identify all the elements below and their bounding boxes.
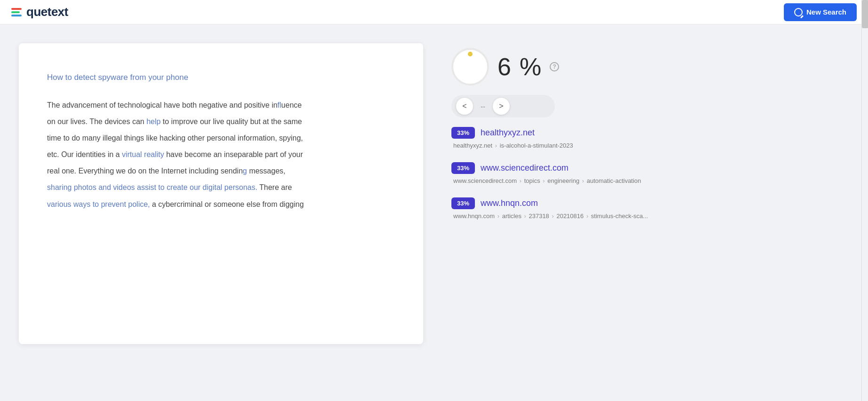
breadcrumb-separator: › (518, 177, 523, 184)
logo-icon-line3 (11, 15, 22, 16)
breadcrumb-part: healthyxyz.net (453, 142, 492, 149)
breadcrumb-part: 237318 (529, 212, 549, 220)
result-header: 33%healthyxyz.net (451, 127, 842, 139)
breadcrumb-part: is-alcohol-a-stimulant-2023 (500, 142, 573, 149)
result-link[interactable]: www.sciencedirect.com (481, 163, 568, 173)
scrollbar-thumb[interactable] (862, 0, 868, 28)
result-badge: 33% (451, 127, 475, 139)
result-breadcrumb: www.sciencedirect.com › topics › enginee… (451, 177, 842, 184)
help-icon[interactable]: ? (550, 62, 559, 71)
breadcrumb-part: 20210816 (556, 212, 584, 220)
document-body: The advancement of technological have bo… (47, 97, 395, 212)
nav-bar: < -- > (451, 95, 555, 118)
doc-para-1: The advancement of technological have bo… (47, 97, 395, 113)
main-content: How to detect spyware from your phone Th… (0, 24, 860, 363)
result-item: 33%www.sciencedirect.comwww.sciencedirec… (451, 162, 842, 184)
scrollbar-track[interactable] (861, 0, 868, 401)
header: quetext New Search (0, 0, 868, 24)
result-link[interactable]: healthyxyz.net (481, 128, 535, 138)
breadcrumb-separator: › (550, 212, 556, 220)
logo-text: quetext (26, 5, 68, 19)
logo-icon-line1 (11, 8, 22, 10)
breadcrumb-separator: › (522, 212, 528, 220)
new-search-label: New Search (806, 8, 846, 16)
breadcrumb-separator: › (584, 212, 590, 220)
score-symbol: % (520, 53, 541, 81)
result-badge: 33% (451, 197, 475, 209)
logo: quetext (11, 5, 68, 19)
breadcrumb-part: engineering (547, 177, 579, 184)
breadcrumb-part: articles (502, 212, 521, 220)
document-panel: How to detect spyware from your phone Th… (19, 43, 423, 344)
breadcrumb-part: automatic-activation (587, 177, 641, 184)
result-item: 33%www.hnqn.comwww.hnqn.com › articles ›… (451, 197, 842, 220)
result-breadcrumb: www.hnqn.com › articles › 237318 › 20210… (451, 212, 842, 220)
new-search-button[interactable]: New Search (784, 3, 857, 21)
nav-prev-button[interactable]: < (456, 98, 473, 115)
logo-icon (11, 8, 22, 16)
doc-para-4: etc. Our identities in a virtual reality… (47, 146, 395, 163)
breadcrumb-separator: › (580, 177, 586, 184)
doc-para-7: various ways to prevent police, a cyberc… (47, 196, 395, 212)
score-circle (451, 48, 489, 86)
result-header: 33%www.sciencedirect.com (451, 162, 842, 174)
doc-para-3: time to do many illegal things like hack… (47, 130, 395, 146)
prev-arrow-icon: < (462, 102, 466, 110)
right-panel: 6 % ? < -- > 33%healthyxyz.nethealthyxyz… (423, 43, 842, 344)
breadcrumb-part: www.sciencedirect.com (453, 177, 517, 184)
breadcrumb-separator: › (541, 177, 547, 184)
doc-para-5: real one. Everything we do on the Intern… (47, 163, 395, 179)
result-list: 33%healthyxyz.nethealthyxyz.net › is-alc… (451, 127, 842, 220)
nav-next-button[interactable]: > (493, 98, 510, 115)
result-breadcrumb: healthyxyz.net › is-alcohol-a-stimulant-… (451, 142, 842, 149)
breadcrumb-part: stimulus-check-sca... (591, 212, 648, 220)
score-section: 6 % ? (451, 43, 842, 86)
search-icon (794, 8, 803, 16)
result-link[interactable]: www.hnqn.com (481, 198, 538, 208)
breadcrumb-part: topics (524, 177, 540, 184)
doc-para-2: on our lives. The devices can help to im… (47, 113, 395, 130)
breadcrumb-separator: › (493, 142, 499, 149)
score-value: 6 (497, 53, 511, 81)
logo-icon-line2 (11, 11, 20, 13)
breadcrumb-part: www.hnqn.com (453, 212, 495, 220)
doc-para-6: sharing photos and videos assist to crea… (47, 179, 395, 196)
breadcrumb-separator: › (496, 212, 501, 220)
result-header: 33%www.hnqn.com (451, 197, 842, 209)
result-badge: 33% (451, 162, 475, 174)
result-item: 33%healthyxyz.nethealthyxyz.net › is-alc… (451, 127, 842, 149)
nav-counter: -- (477, 102, 489, 110)
document-title: How to detect spyware from your phone (47, 71, 395, 84)
next-arrow-icon: > (499, 102, 503, 110)
